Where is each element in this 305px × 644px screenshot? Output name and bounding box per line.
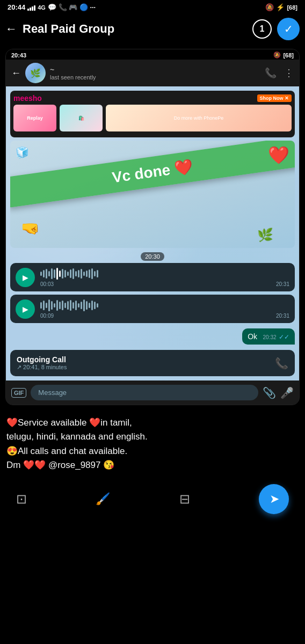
sliders-icon[interactable]: ⊟	[179, 492, 190, 507]
heart-emoji: ❤️	[268, 145, 289, 165]
back-button[interactable]: ←	[5, 22, 17, 36]
inner-status-right: 🔕 [68]	[273, 52, 294, 58]
waveform-2	[40, 299, 289, 312]
inner-contact-info: ~ last seen recently	[50, 65, 260, 80]
verify-button[interactable]: ✓	[277, 18, 300, 40]
inner-chat-header: ← 🌿 ~ last seen recently 📞 ⋮	[6, 60, 299, 86]
more-icon[interactable]: ⋮	[284, 67, 294, 79]
signal-icon	[27, 4, 35, 11]
vc-done-image: ❤️ Vc done ❤️ 🤜 🌿 🧊	[10, 141, 295, 248]
fist-emoji: 🤜	[21, 219, 40, 237]
inner-mute: 🔕	[273, 52, 281, 58]
inner-back[interactable]: ←	[11, 68, 21, 79]
outgoing-call-bubble: Outgoing Call ↗ 20:41, 8 minutes 📞	[10, 350, 295, 376]
ad-product-1: Replay	[13, 105, 56, 131]
audio-message-1: ▶	[10, 263, 295, 291]
send-icon: ➤	[270, 492, 279, 506]
status-time: 20:44	[8, 3, 25, 11]
notification-badge: 1	[252, 19, 272, 39]
call-info: Outgoing Call ↗ 20:41, 8 minutes	[17, 355, 67, 371]
caption-line-2: telugu, hindi, kannada and english.	[6, 430, 299, 444]
caption-line-4: Dm ❤️❤️ @rose_9897 😘	[6, 458, 299, 472]
bluetooth-icon: ⚡	[276, 3, 285, 11]
call-phone-icon: 📞	[275, 357, 288, 370]
ad-product-3: Do more with PhonePe	[106, 105, 292, 131]
inner-status-bar: 20:43 🔕 [68]	[6, 49, 299, 60]
status-right: 🔕 ⚡ [68]	[265, 3, 297, 11]
inner-header-actions: 📞 ⋮	[265, 67, 294, 79]
app-icons: 💬 📞 🎮 🔵 ···	[48, 3, 96, 11]
brush-icon[interactable]: 🖌️	[96, 492, 110, 506]
meesho-logo: meesho	[13, 94, 42, 103]
crop-icon[interactable]: ⊡	[16, 492, 27, 507]
audio-footer-2: 00:09 20:31	[40, 313, 289, 319]
caption-line-1: ❤️Service available ❤️in tamil,	[6, 416, 299, 430]
check-icon: ✓	[284, 23, 293, 35]
waveform-1	[40, 267, 289, 280]
chat-header: ← Real Paid Group 1 ✓	[0, 13, 305, 46]
ok-bubble-container: Ok 20:32 ✓✓	[10, 326, 295, 347]
ice-emoji: 🧊	[16, 146, 29, 159]
inner-avatar: 🌿	[25, 63, 46, 83]
mute-icon: 🔕	[265, 3, 274, 11]
chat-title: Real Paid Group	[23, 22, 247, 36]
timestamp-chip-1: 20:30	[141, 252, 164, 261]
bottom-toolbar: ⊡ 🖌️ ⊟ ➤	[0, 478, 305, 525]
banner-heart: ❤️	[173, 158, 194, 178]
chat-screenshot: 20:43 🔕 [68] ← 🌿 ~ last seen recently 📞 …	[5, 49, 300, 405]
double-check-icon: ✓✓	[279, 333, 289, 341]
battery-indicator: [68]	[287, 4, 297, 11]
inner-last-seen: last seen recently	[50, 74, 260, 80]
send-button[interactable]: ➤	[259, 484, 289, 514]
status-bar: 20:44 4G 💬 📞 🎮 🔵 ··· 🔕 ⚡ [68]	[0, 0, 305, 13]
plant-emoji: 🌿	[257, 228, 273, 243]
inner-time: 20:43	[11, 52, 26, 58]
message-input-bar: GIF Message 📎 🎤	[6, 380, 299, 405]
shop-now-button[interactable]: Shop Now ✕	[257, 94, 292, 102]
caption-line-3: 😍All calls and chat available.	[6, 444, 299, 458]
play-button-1[interactable]: ▶	[16, 268, 35, 287]
mic-icon[interactable]: 🎤	[280, 386, 294, 399]
inner-contact-name: ~	[50, 65, 260, 74]
audio-footer-1: 00:03 20:31	[40, 281, 289, 287]
network-type: 4G	[38, 4, 46, 11]
inner-battery: [68]	[283, 52, 294, 58]
attach-icon[interactable]: 📎	[263, 386, 276, 399]
message-input[interactable]: Message	[31, 385, 258, 400]
caption-text: ❤️Service available ❤️in tamil, telugu, …	[0, 408, 305, 478]
status-left: 20:44 4G 💬 📞 🎮 🔵 ···	[8, 3, 96, 11]
meesho-ad-area: meesho Shop Now ✕ Replay 🛍️ Do more with…	[10, 91, 295, 137]
gif-button[interactable]: GIF	[11, 388, 26, 398]
chat-background: meesho Shop Now ✕ Replay 🛍️ Do more with…	[6, 86, 299, 380]
play-button-2[interactable]: ▶	[16, 299, 35, 319]
call-icon[interactable]: 📞	[265, 67, 277, 79]
vc-done-banner: Vc done ❤️	[10, 141, 295, 208]
ad-product-2: 🛍️	[60, 105, 103, 131]
audio-message-2: ▶	[10, 295, 295, 323]
ok-bubble: Ok 20:32 ✓✓	[242, 328, 295, 345]
